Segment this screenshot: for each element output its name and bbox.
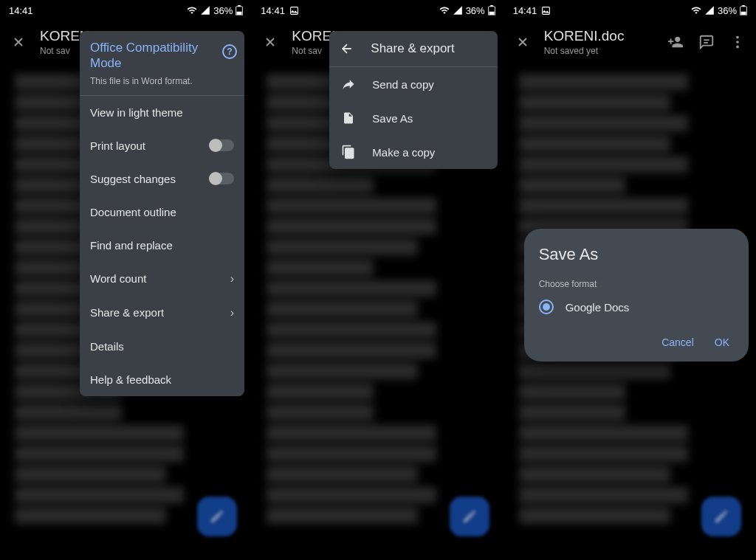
- format-option-row[interactable]: Google Docs: [539, 300, 734, 314]
- print-layout-toggle[interactable]: [210, 139, 234, 151]
- compat-mode-title: Office Compatibility Mode: [90, 40, 234, 72]
- menu-label: Document outline: [90, 206, 176, 218]
- menu-label: Share & export: [90, 306, 164, 319]
- format-label: Google Docs: [566, 301, 630, 314]
- menu-label: Send a copy: [372, 78, 433, 91]
- help-icon[interactable]: ?: [222, 44, 237, 59]
- screenshot-pane-2: 14:41 36% KOREN Not sav: [252, 0, 504, 560]
- menu-item-make-copy[interactable]: Make a copy: [329, 135, 498, 169]
- menu-label: View in light theme: [90, 106, 183, 119]
- file-icon: [341, 111, 356, 125]
- chevron-right-icon: ›: [230, 306, 234, 319]
- radio-selected-icon[interactable]: [539, 300, 554, 314]
- dialog-title: Save As: [539, 245, 734, 264]
- chevron-right-icon: ›: [230, 272, 234, 286]
- compat-mode-subtitle: This file is in Word format.: [90, 76, 234, 86]
- ok-button[interactable]: OK: [715, 336, 729, 348]
- menu-item-share-export[interactable]: Share & export ›: [80, 296, 244, 330]
- screenshot-pane-1: 14:41 36% KOREN Not sav: [0, 0, 252, 560]
- submenu-header: Share & export: [329, 31, 498, 67]
- dialog-label: Choose format: [539, 279, 734, 289]
- menu-label: Save As: [372, 112, 413, 125]
- share-export-menu: Share & export Send a copy Save As Make …: [329, 31, 498, 169]
- share-arrow-icon: [341, 77, 356, 91]
- menu-label: Find and replace: [90, 239, 173, 252]
- menu-label: Details: [90, 340, 124, 353]
- menu-item-send-copy[interactable]: Send a copy: [329, 67, 498, 101]
- save-as-dialog: Save As Choose format Google Docs Cancel…: [524, 229, 749, 362]
- suggest-changes-toggle[interactable]: [210, 173, 234, 184]
- menu-item-print-layout[interactable]: Print layout: [80, 129, 244, 162]
- menu-item-suggest-changes[interactable]: Suggest changes: [80, 162, 244, 196]
- menu-item-help-feedback[interactable]: Help & feedback: [80, 363, 244, 396]
- copy-icon: [341, 145, 356, 159]
- menu-item-details[interactable]: Details: [80, 330, 244, 363]
- menu-label: Help & feedback: [90, 373, 171, 386]
- menu-header: Office Compatibility Mode ? This file is…: [80, 31, 244, 96]
- cancel-button[interactable]: Cancel: [662, 336, 694, 348]
- menu-item-find-replace[interactable]: Find and replace: [80, 229, 244, 262]
- overflow-menu: Office Compatibility Mode ? This file is…: [80, 31, 244, 396]
- menu-label: Print layout: [90, 139, 145, 152]
- menu-item-save-as[interactable]: Save As: [329, 101, 498, 135]
- menu-item-view-light[interactable]: View in light theme: [80, 96, 244, 129]
- back-arrow-icon[interactable]: [340, 41, 354, 56]
- submenu-title: Share & export: [371, 41, 454, 56]
- menu-item-word-count[interactable]: Word count ›: [80, 262, 244, 296]
- menu-label: Suggest changes: [90, 173, 176, 185]
- menu-label: Word count: [90, 272, 146, 285]
- screenshot-pane-3: 14:41 36% KORENI.doc Not saved yet: [504, 0, 756, 560]
- menu-label: Make a copy: [372, 146, 435, 159]
- menu-item-doc-outline[interactable]: Document outline: [80, 196, 244, 229]
